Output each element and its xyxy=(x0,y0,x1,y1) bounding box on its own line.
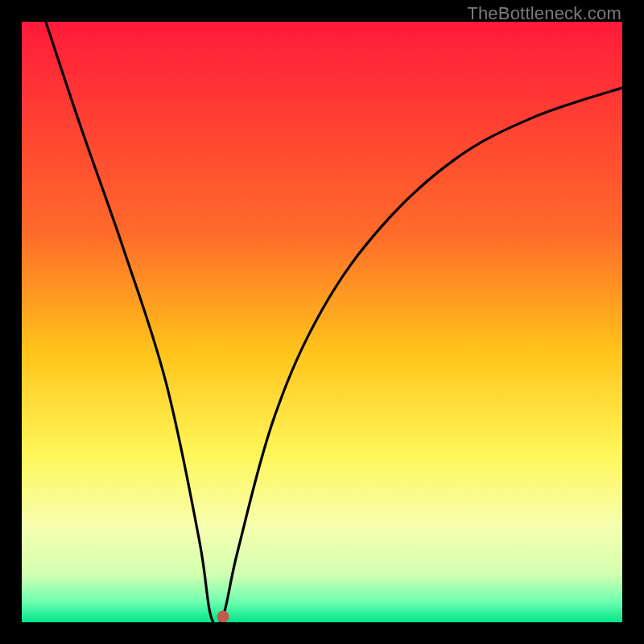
bottleneck-curve xyxy=(46,22,622,622)
curve-layer xyxy=(22,22,622,622)
plot-area xyxy=(22,22,622,622)
chart-frame: TheBottleneck.com xyxy=(0,0,644,644)
watermark-text: TheBottleneck.com xyxy=(467,3,621,24)
optimal-point-marker xyxy=(217,610,229,622)
